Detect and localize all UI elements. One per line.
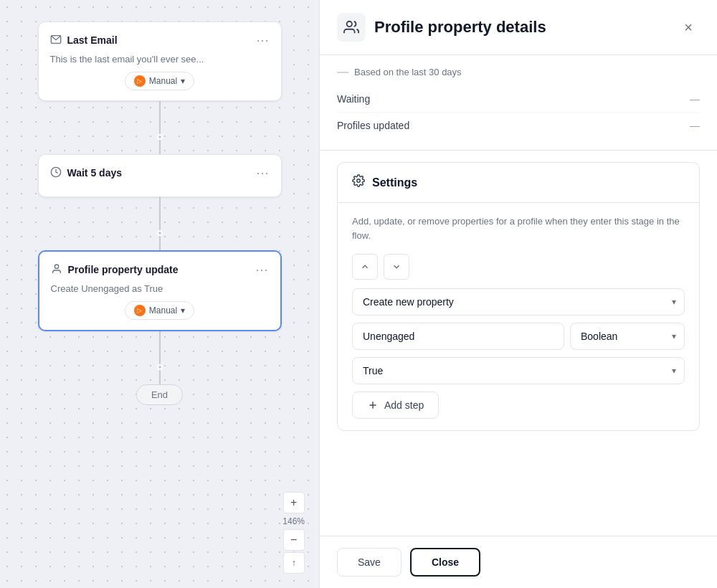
profile-property-title: Profile property update (51, 263, 179, 277)
zoom-in-button[interactable]: + (283, 492, 305, 513)
flow-container: Last Email ⋯ This is the last email you'… (0, 0, 319, 588)
last-email-title: Last Email (50, 34, 118, 47)
zoom-reset-button[interactable]: ↑ (283, 552, 305, 574)
profiles-updated-value: — (690, 120, 700, 131)
last-email-node[interactable]: Last Email ⋯ This is the last email you'… (38, 22, 282, 101)
property-row: Boolean String Number Date ▾ (352, 323, 685, 350)
last-email-manual-badge[interactable]: ▷ Manual ▾ (125, 72, 194, 90)
profile-badge-chevron: ▾ (181, 305, 185, 316)
type-select-wrapper: Boolean String Number Date ▾ (570, 323, 685, 350)
profile-property-node[interactable]: Profile property update ⋯ Create Unengag… (38, 250, 282, 331)
settings-header: Settings (338, 163, 699, 203)
svg-point-2 (54, 265, 58, 268)
settings-title: Settings (372, 176, 417, 189)
value-select[interactable]: True False (352, 357, 685, 384)
panel-footer: Save Close (320, 536, 717, 588)
profiles-updated-label: Profiles updated (337, 120, 409, 131)
panel-title: Profile property details (374, 18, 546, 37)
waiting-stat-row: Waiting — (337, 86, 700, 113)
manual-badge-chevron: ▾ (181, 76, 185, 86)
connector-1 (159, 101, 161, 137)
close-button[interactable]: Close (410, 548, 480, 577)
wait-title: Wait 5 days (50, 166, 123, 180)
panel-header-left: Profile property details (337, 13, 546, 42)
connector-dot-1 (157, 134, 163, 140)
based-on-text: Based on the last 30 days (337, 67, 462, 77)
move-up-button[interactable] (352, 254, 378, 280)
person-icon (51, 263, 62, 277)
email-icon (50, 34, 62, 47)
connector-dot-2 (157, 230, 163, 236)
last-email-menu-icon[interactable]: ⋯ (256, 32, 270, 48)
controls-row (352, 254, 685, 280)
stats-top: Based on the last 30 days (337, 67, 700, 77)
add-step-label: Add step (384, 399, 424, 411)
move-down-button[interactable] (384, 254, 409, 280)
clock-icon (50, 166, 62, 180)
profile-body: Create Unengaged as True (51, 283, 269, 294)
manual-badge-icon: ▷ (134, 75, 146, 87)
connector-5 (159, 331, 161, 367)
connector-3 (159, 197, 161, 233)
svg-point-3 (347, 22, 352, 27)
settings-section: Settings Add, update, or remove properti… (337, 162, 700, 431)
profile-badge-icon: ▷ (134, 305, 146, 316)
dash-icon (337, 72, 348, 73)
wait-menu-icon[interactable]: ⋯ (256, 165, 270, 181)
panel-icon (337, 13, 366, 42)
property-action-select[interactable]: Create new property Update existing prop… (352, 288, 685, 316)
settings-body: Add, update, or remove properties for a … (338, 203, 699, 430)
zoom-out-button[interactable]: − (283, 529, 305, 551)
wait-5-days-node[interactable]: Wait 5 days ⋯ (38, 154, 282, 197)
profile-manual-badge[interactable]: ▷ Manual ▾ (125, 301, 194, 320)
flow-canvas: Last Email ⋯ This is the last email you'… (0, 0, 319, 588)
waiting-label: Waiting (337, 93, 370, 105)
save-button[interactable]: Save (337, 548, 402, 577)
waiting-value: — (690, 93, 700, 105)
value-select-wrapper: True False ▾ (352, 357, 685, 384)
property-type-select[interactable]: Boolean String Number Date (570, 323, 685, 350)
property-name-input[interactable] (352, 323, 564, 350)
settings-description: Add, update, or remove properties for a … (352, 214, 685, 242)
property-action-wrapper: Create new property Update existing prop… (352, 288, 685, 316)
last-email-body: This is the last email you'll ever see..… (50, 54, 270, 65)
profile-badge-label: Manual (149, 305, 177, 316)
stats-section: Based on the last 30 days Waiting — Prof… (320, 55, 717, 151)
settings-gear-icon (352, 174, 365, 191)
add-step-button[interactable]: Add step (352, 392, 439, 419)
connector-dot-3 (157, 364, 163, 370)
end-node: End (136, 384, 183, 405)
svg-point-4 (357, 179, 361, 183)
zoom-level: 146% (282, 515, 305, 528)
zoom-controls: + 146% − ↑ (282, 492, 305, 574)
panel-header: Profile property details × (320, 0, 717, 55)
panel-close-button[interactable]: × (677, 16, 700, 39)
profile-menu-icon[interactable]: ⋯ (255, 262, 269, 278)
panel-content: Based on the last 30 days Waiting — Prof… (320, 55, 717, 536)
right-panel: Profile property details × Based on the … (319, 0, 717, 588)
profiles-updated-stat-row: Profiles updated — (337, 113, 700, 138)
manual-badge-label: Manual (149, 76, 177, 86)
